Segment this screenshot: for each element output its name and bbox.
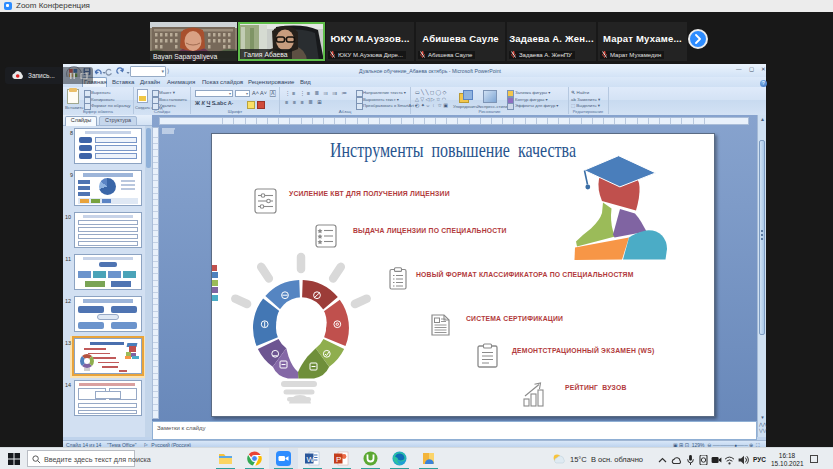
svg-text:W: W [307,455,315,464]
svg-text:P: P [336,455,341,464]
